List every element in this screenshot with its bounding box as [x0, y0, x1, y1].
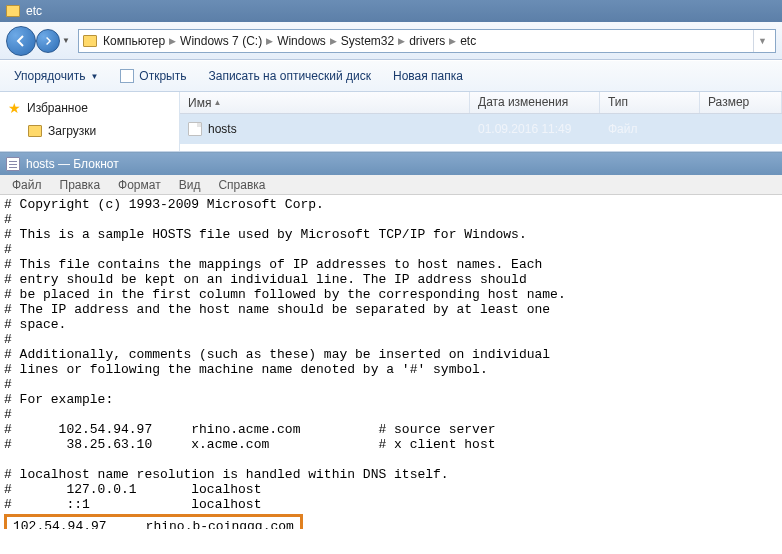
file-date-cell: 01.09.2016 11:49 [470, 122, 600, 136]
address-bar-row: ▼ Компьютер▶ Windows 7 (C:)▶ Windows▶ Sy… [0, 22, 782, 60]
breadcrumb-item[interactable]: Windows 7 (C:) [180, 34, 262, 48]
back-button[interactable] [6, 26, 36, 56]
open-button[interactable]: Открыть [116, 67, 190, 85]
text-line: # entry should be kept on an individual … [4, 272, 527, 287]
label: Новая папка [393, 69, 463, 83]
text-line: # Copyright (c) 1993-2009 Microsoft Corp… [4, 197, 324, 212]
file-list: Имя ▲ Дата изменения Тип Размер hosts 01… [180, 92, 782, 151]
breadcrumb: Компьютер▶ Windows 7 (C:)▶ Windows▶ Syst… [103, 34, 476, 48]
notepad-menu-bar: Файл Правка Формат Вид Справка [0, 175, 782, 195]
explorer-body: ★ Избранное Загрузки Имя ▲ Дата изменени… [0, 92, 782, 152]
sort-up-icon: ▲ [213, 98, 221, 107]
notepad-window: hosts — Блокнот Файл Правка Формат Вид С… [0, 152, 782, 529]
text-line: # [4, 332, 12, 347]
file-name: hosts [208, 122, 237, 136]
column-size[interactable]: Размер [700, 92, 782, 113]
notepad-icon [6, 157, 20, 171]
downloads-item[interactable]: Загрузки [8, 122, 171, 144]
file-icon [188, 122, 202, 136]
nav-buttons: ▼ [6, 26, 72, 56]
address-dropdown[interactable]: ▼ [753, 30, 771, 52]
arrange-button[interactable]: Упорядочить ▼ [10, 67, 102, 85]
columns-header: Имя ▲ Дата изменения Тип Размер [180, 92, 782, 114]
column-name[interactable]: Имя ▲ [180, 92, 470, 113]
toolbar: Упорядочить ▼ Открыть Записать на оптиче… [0, 60, 782, 92]
file-name-cell: hosts [180, 122, 470, 136]
text-line: # [4, 377, 12, 392]
notepad-title: hosts — Блокнот [26, 157, 119, 171]
breadcrumb-item[interactable]: System32 [341, 34, 394, 48]
breadcrumb-item[interactable]: etc [460, 34, 476, 48]
column-date[interactable]: Дата изменения [470, 92, 600, 113]
text-line: # lines or following the machine name de… [4, 362, 488, 377]
folder-icon [83, 35, 97, 47]
newfolder-button[interactable]: Новая папка [389, 67, 467, 85]
burn-button[interactable]: Записать на оптический диск [204, 67, 375, 85]
file-type-cell: Файл [600, 122, 700, 136]
chevron-right-icon: ▶ [266, 36, 273, 46]
explorer-title-bar[interactable]: etc [0, 0, 782, 22]
chevron-right-icon: ▶ [449, 36, 456, 46]
text-line: # [4, 407, 12, 422]
nav-history-dropdown[interactable]: ▼ [60, 29, 72, 53]
breadcrumb-item[interactable]: drivers [409, 34, 445, 48]
star-icon: ★ [8, 100, 21, 116]
chevron-right-icon: ▶ [398, 36, 405, 46]
chevron-right-icon: ▶ [330, 36, 337, 46]
folder-icon [28, 125, 42, 137]
breadcrumb-item[interactable]: Windows [277, 34, 326, 48]
navigation-pane: ★ Избранное Загрузки [0, 92, 180, 151]
menu-edit[interactable]: Правка [52, 176, 109, 194]
chevron-right-icon: ▶ [169, 36, 176, 46]
text-line: # [4, 212, 12, 227]
text-line: # 38.25.63.10 x.acme.com # x client host [4, 437, 495, 452]
breadcrumb-item[interactable]: Компьютер [103, 34, 165, 48]
text-line: # ::1 localhost [4, 497, 261, 512]
label: Записать на оптический диск [208, 69, 371, 83]
open-icon [120, 69, 134, 83]
highlighted-entry: 102.54.94.97 rhino.b-coinggg.com [4, 514, 303, 529]
label: Открыть [139, 69, 186, 83]
text-line: # space. [4, 317, 66, 332]
label: Упорядочить [14, 69, 85, 83]
folder-icon [6, 5, 20, 17]
forward-button[interactable] [36, 29, 60, 53]
text-line: # Additionally, comments (such as these)… [4, 347, 550, 362]
text-line: # The IP address and the host name shoul… [4, 302, 550, 317]
text-line: # localhost name resolution is handled w… [4, 467, 449, 482]
table-row[interactable]: hosts 01.09.2016 11:49 Файл [180, 114, 782, 144]
menu-help[interactable]: Справка [210, 176, 273, 194]
text-line: # For example: [4, 392, 113, 407]
text-line: # 127.0.0.1 localhost [4, 482, 261, 497]
menu-file[interactable]: Файл [4, 176, 50, 194]
window-title: etc [26, 4, 42, 18]
menu-format[interactable]: Формат [110, 176, 169, 194]
notepad-title-bar[interactable]: hosts — Блокнот [0, 153, 782, 175]
column-type[interactable]: Тип [600, 92, 700, 113]
label: Избранное [27, 101, 88, 115]
menu-view[interactable]: Вид [171, 176, 209, 194]
address-bar[interactable]: Компьютер▶ Windows 7 (C:)▶ Windows▶ Syst… [78, 29, 776, 53]
text-line: # be placed in the first column followed… [4, 287, 566, 302]
notepad-text-area[interactable]: # Copyright (c) 1993-2009 Microsoft Corp… [0, 195, 782, 529]
favorites-item[interactable]: ★ Избранное [8, 98, 171, 122]
chevron-down-icon: ▼ [90, 72, 98, 81]
text-line: # This file contains the mappings of IP … [4, 257, 542, 272]
label: Загрузки [48, 124, 96, 138]
text-line: # This is a sample HOSTS file used by Mi… [4, 227, 527, 242]
text-line: # 102.54.94.97 rhino.acme.com # source s… [4, 422, 495, 437]
text-line: # [4, 242, 12, 257]
